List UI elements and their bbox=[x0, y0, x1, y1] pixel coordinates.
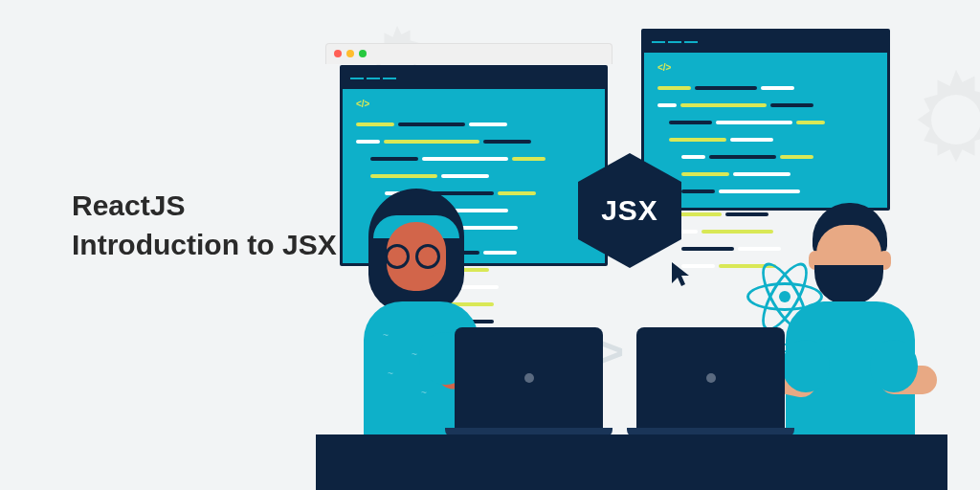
browser-window-decoration bbox=[325, 43, 612, 64]
title-line-1: ReactJS bbox=[72, 187, 337, 226]
window-dot-max-icon bbox=[359, 50, 367, 57]
laptop-illustration-right bbox=[636, 327, 794, 437]
page-title: ReactJS Introduction to JSX bbox=[72, 187, 337, 264]
jsx-badge-label: JSX bbox=[601, 194, 658, 227]
laptop-illustration-left bbox=[455, 327, 612, 437]
jsx-badge: JSX bbox=[572, 148, 687, 273]
cursor-arrow-icon bbox=[670, 260, 693, 291]
window-dot-close-icon bbox=[334, 50, 342, 57]
title-line-2: Introduction to JSX bbox=[72, 226, 337, 265]
code-tag-icon: </> bbox=[356, 99, 591, 109]
gear-icon-bg-2 bbox=[894, 57, 980, 182]
code-tag-icon: </> bbox=[657, 62, 874, 73]
window-dot-min-icon bbox=[346, 50, 354, 57]
desk-illustration bbox=[316, 434, 947, 490]
